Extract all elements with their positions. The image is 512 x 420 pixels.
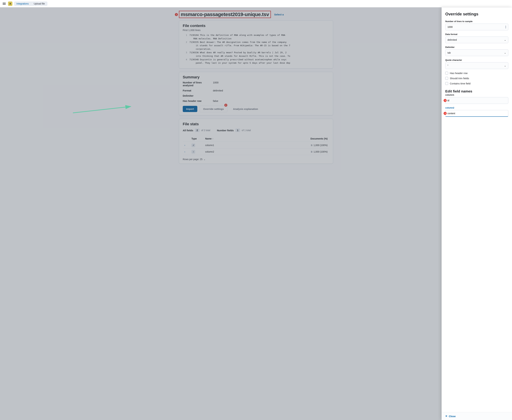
breadcrumb-upload-file: Upload file <box>31 1 47 6</box>
breadcrumb: Integrations Upload file <box>14 1 47 6</box>
data-format-label: Data format <box>445 33 508 36</box>
quote-char-label: Quote character <box>445 59 508 61</box>
main-content: 1 msmarco-passagetest2019-unique.tsv Sel… <box>0 7 512 420</box>
annotation-badge-3: 3 <box>444 99 447 102</box>
checkbox-icon <box>445 77 448 80</box>
column2-input[interactable] <box>445 110 508 117</box>
chevron-down-icon: ⌄ <box>504 64 506 67</box>
flyout-title: Override settings <box>445 12 508 16</box>
menu-icon[interactable] <box>2 2 6 5</box>
annotation-badge-4: 4 <box>444 112 447 115</box>
quote-char-select[interactable]: " ⌄ <box>445 62 508 69</box>
lines-to-sample-label: Number of lines to sample <box>445 20 508 22</box>
data-format-select[interactable]: delimited ⌄ <box>445 37 508 43</box>
should-trim-checkbox[interactable]: Should trim fields <box>445 77 508 80</box>
delimiter-select[interactable]: tab ⌄ <box>445 49 508 56</box>
delimiter-label: Delimiter <box>445 46 508 48</box>
chevron-down-icon: ⌄ <box>504 52 506 54</box>
column2-label: column2 <box>445 106 508 109</box>
top-bar: A Integrations Upload file <box>0 0 512 7</box>
column1-label: column1 <box>445 94 508 96</box>
contains-time-checkbox[interactable]: Contains time field <box>445 82 508 85</box>
has-header-row-checkbox[interactable]: Has header row <box>445 72 508 75</box>
app-logo[interactable]: A <box>8 1 12 6</box>
modal-overlay[interactable] <box>0 7 512 420</box>
edit-field-names-heading: Edit field names <box>445 89 508 93</box>
override-settings-flyout: Override settings Number of lines to sam… <box>442 7 512 420</box>
checkbox-icon <box>445 72 448 75</box>
checkbox-icon <box>445 82 448 85</box>
close-button[interactable]: ✕ Close <box>445 415 456 418</box>
close-icon: ✕ <box>445 415 448 418</box>
lines-to-sample-input[interactable] <box>445 24 508 30</box>
chevron-down-icon: ⌄ <box>504 38 506 41</box>
column1-input[interactable] <box>445 97 508 104</box>
number-stepper-icon[interactable]: ▲▼ <box>505 25 507 29</box>
breadcrumb-integrations[interactable]: Integrations <box>14 1 31 6</box>
